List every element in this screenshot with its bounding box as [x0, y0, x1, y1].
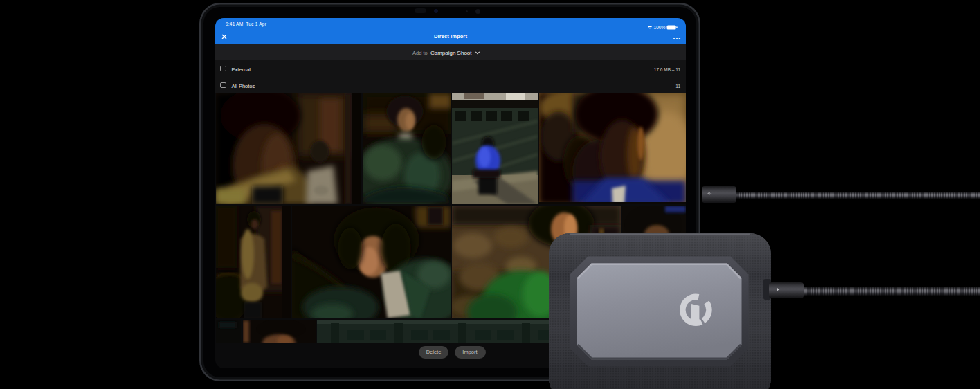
svg-text:100%: 100%	[654, 25, 666, 30]
